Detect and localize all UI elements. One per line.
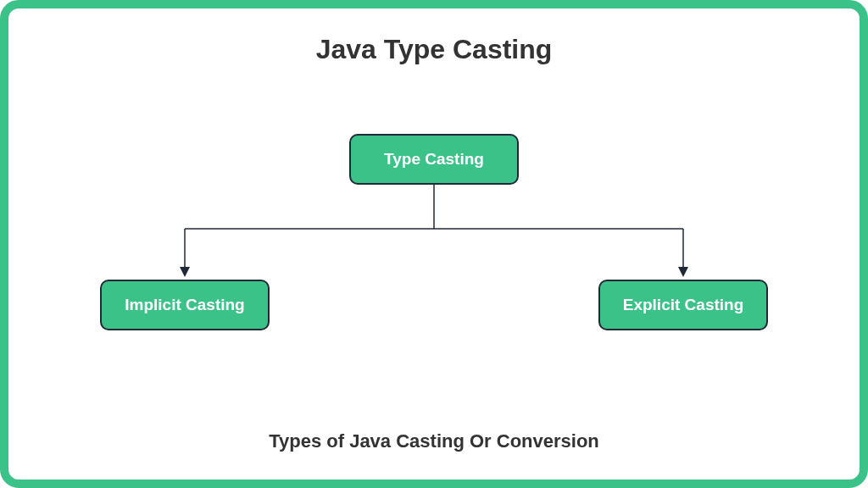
node-implicit-casting: Implicit Casting (100, 280, 270, 330)
node-type-casting: Type Casting (349, 134, 519, 185)
node-label: Explicit Casting (623, 296, 744, 314)
diagram-frame: Java Type Casting Type Casting Implicit … (0, 0, 868, 488)
page-title: Java Type Casting (8, 34, 860, 65)
node-label: Implicit Casting (125, 296, 244, 314)
node-explicit-casting: Explicit Casting (598, 280, 768, 330)
diagram-caption: Types of Java Casting Or Conversion (8, 430, 860, 452)
node-label: Type Casting (384, 150, 484, 169)
connector-lines (8, 8, 860, 480)
